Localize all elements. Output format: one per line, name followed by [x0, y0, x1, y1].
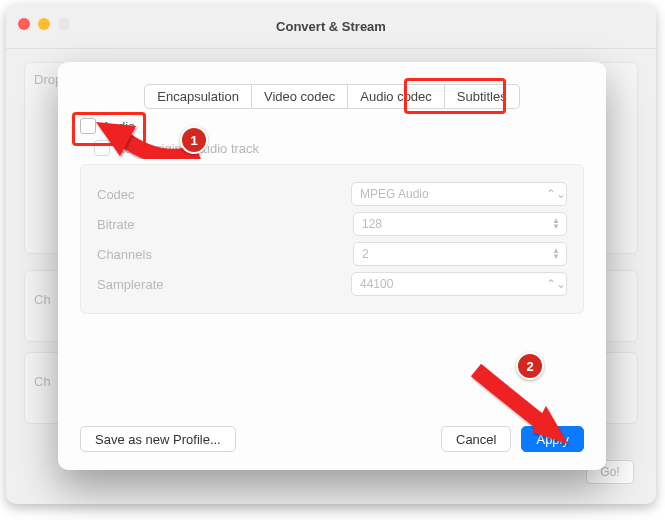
bitrate-stepper[interactable]: 128 ▲▼ — [353, 212, 567, 236]
annotation-badge-2: 2 — [516, 352, 544, 380]
chevrons-icon: ⌃⌄ — [546, 187, 560, 201]
save-profile-button[interactable]: Save as new Profile... — [80, 426, 236, 452]
keep-original-row: Keep original audio track — [94, 140, 584, 156]
window-controls — [18, 18, 70, 30]
zoom-icon — [58, 18, 70, 30]
tab-bar: Encapsulation Video codec Audio codec Su… — [58, 84, 606, 109]
window-title: Convert & Stream — [276, 19, 386, 34]
stepper-arrows-icon: ▲▼ — [552, 218, 562, 230]
channels-value: 2 — [362, 247, 369, 261]
close-icon[interactable] — [18, 18, 30, 30]
samplerate-label: Samplerate — [97, 277, 163, 292]
choose-label-1: Ch — [34, 292, 51, 307]
sheet-footer: Save as new Profile... Cancel Apply — [80, 426, 584, 452]
chevrons-icon: ⌃⌄ — [546, 277, 560, 291]
audio-toggle-row: Audio — [80, 118, 584, 134]
codec-select[interactable]: MPEG Audio ⌃⌄ — [351, 182, 567, 206]
channels-stepper[interactable]: 2 ▲▼ — [353, 242, 567, 266]
annotation-badge-1: 1 — [180, 126, 208, 154]
choose-label-2: Ch — [34, 374, 51, 389]
stepper-arrows-icon: ▲▼ — [552, 248, 562, 260]
samplerate-value: 44100 — [360, 277, 393, 291]
titlebar: Convert & Stream — [6, 4, 656, 49]
tab-encapsulation[interactable]: Encapsulation — [144, 84, 252, 109]
cancel-button[interactable]: Cancel — [441, 426, 511, 452]
audio-checkbox[interactable] — [80, 118, 96, 134]
tab-subtitles[interactable]: Subtitles — [445, 84, 520, 109]
audio-codec-pane: Audio Keep original audio track Codec MP… — [80, 118, 584, 314]
profile-sheet: Encapsulation Video codec Audio codec Su… — [58, 62, 606, 470]
minimize-icon[interactable] — [38, 18, 50, 30]
codec-value: MPEG Audio — [360, 187, 429, 201]
channels-label: Channels — [97, 247, 152, 262]
tab-video-codec[interactable]: Video codec — [252, 84, 348, 109]
keep-original-checkbox — [94, 140, 110, 156]
tab-audio-codec[interactable]: Audio codec — [348, 84, 445, 109]
apply-button[interactable]: Apply — [521, 426, 584, 452]
samplerate-select[interactable]: 44100 ⌃⌄ — [351, 272, 567, 296]
bitrate-value: 128 — [362, 217, 382, 231]
bitrate-label: Bitrate — [97, 217, 135, 232]
audio-settings-box: Codec MPEG Audio ⌃⌄ Bitrate 128 ▲▼ Chann… — [80, 164, 584, 314]
codec-label: Codec — [97, 187, 135, 202]
audio-checkbox-label: Audio — [102, 119, 135, 134]
